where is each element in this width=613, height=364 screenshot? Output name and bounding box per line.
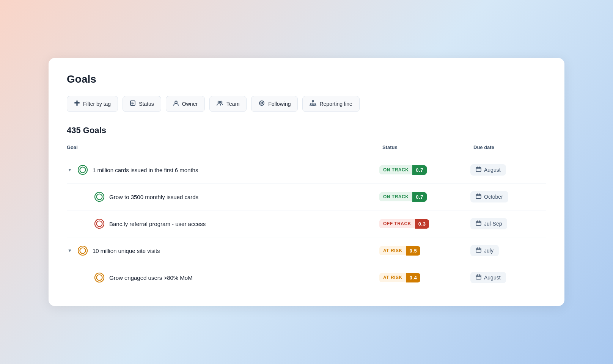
reporting-line-filter-button[interactable]: Reporting line xyxy=(302,96,359,112)
status-cell: AT RISK 0.4 xyxy=(379,273,470,282)
due-date-text: July xyxy=(484,248,494,254)
svg-point-31 xyxy=(97,194,102,200)
col-header-due-date: Due date xyxy=(470,144,546,150)
status-label: ON TRACK xyxy=(379,165,412,174)
goal-icon xyxy=(77,165,88,175)
svg-point-46 xyxy=(82,249,84,252)
svg-point-52 xyxy=(97,275,102,281)
goal-text: 1 million cards issued in the first 6 mo… xyxy=(93,167,198,173)
chevron-icon[interactable]: ▼ xyxy=(67,248,73,253)
svg-rect-33 xyxy=(476,195,481,199)
date-badge: Jul-Sep xyxy=(470,218,507,229)
calendar-icon xyxy=(476,247,481,254)
status-badge: AT RISK 0.5 xyxy=(379,246,420,256)
following-filter-label: Following xyxy=(268,101,291,107)
page-title: Goals xyxy=(67,73,546,85)
calendar-icon xyxy=(476,274,481,281)
svg-rect-15 xyxy=(310,105,311,106)
svg-point-32 xyxy=(98,196,101,198)
svg-point-13 xyxy=(262,103,262,104)
following-icon xyxy=(258,100,265,108)
date-cell: August xyxy=(470,272,546,283)
table-header: Goal Status Due date xyxy=(67,141,546,155)
goal-icon xyxy=(94,218,105,229)
goals-card: Goals Filter by tag xyxy=(49,58,564,306)
chevron-icon[interactable]: ▼ xyxy=(67,167,73,173)
status-icon xyxy=(130,100,136,108)
status-badge: ON TRACK 0.7 xyxy=(379,165,427,175)
date-cell: August xyxy=(470,164,546,176)
date-badge: July xyxy=(470,245,499,256)
goal-text: Grow to 3500 monthly issued cards xyxy=(109,194,198,200)
svg-point-8 xyxy=(175,101,177,104)
team-filter-label: Team xyxy=(226,101,239,107)
goals-count: 435 Goals xyxy=(67,126,546,135)
status-label: OFF TRACK xyxy=(379,219,415,228)
status-badge: AT RISK 0.4 xyxy=(379,273,420,282)
goal-icon xyxy=(94,191,105,202)
svg-rect-14 xyxy=(312,100,314,102)
status-badge: ON TRACK 0.7 xyxy=(379,192,427,202)
goal-text: Grow engaged users >80% MoM xyxy=(109,275,193,281)
date-cell: October xyxy=(470,191,546,202)
svg-point-25 xyxy=(82,169,84,171)
svg-rect-17 xyxy=(314,105,316,106)
svg-rect-47 xyxy=(476,248,481,253)
owner-icon xyxy=(173,100,179,108)
owner-filter-button[interactable]: Owner xyxy=(166,96,205,112)
goal-text: 10 million unique site visits xyxy=(93,248,160,254)
table-row: ▼ 1 million cards issued in the first 6 … xyxy=(67,157,546,184)
tag-icon xyxy=(74,100,80,108)
goal-icon xyxy=(77,245,88,256)
col-header-status: Status xyxy=(379,144,470,150)
filter-by-tag-label: Filter by tag xyxy=(83,101,111,107)
status-cell: ON TRACK 0.7 xyxy=(379,165,470,175)
svg-point-53 xyxy=(98,276,101,279)
filter-bar: Filter by tag Status Owner xyxy=(67,96,546,112)
svg-rect-54 xyxy=(476,275,481,279)
status-filter-button[interactable]: Status xyxy=(123,96,161,112)
svg-rect-16 xyxy=(312,105,314,106)
goal-text: Banc.ly referral program - user access xyxy=(109,221,206,227)
svg-point-9 xyxy=(218,101,220,103)
col-header-goal: Goal xyxy=(67,144,379,150)
status-cell: OFF TRACK 0.3 xyxy=(379,219,470,229)
table-row: Grow engaged users >80% MoM AT RISK 0.4 … xyxy=(67,264,546,291)
calendar-icon xyxy=(476,166,481,173)
date-cell: Jul-Sep xyxy=(470,218,546,229)
status-score: 0.7 xyxy=(412,165,427,175)
calendar-icon xyxy=(476,220,481,227)
status-badge: OFF TRACK 0.3 xyxy=(379,219,429,229)
status-label: AT RISK xyxy=(379,246,406,255)
status-cell: ON TRACK 0.7 xyxy=(379,192,470,202)
due-date-text: Jul-Sep xyxy=(484,221,502,227)
calendar-icon xyxy=(476,193,481,200)
svg-point-45 xyxy=(80,248,86,254)
team-filter-button[interactable]: Team xyxy=(209,96,247,112)
reporting-line-icon xyxy=(310,100,316,108)
svg-point-10 xyxy=(220,101,222,103)
due-date-text: August xyxy=(484,167,501,173)
svg-point-38 xyxy=(97,221,102,227)
svg-rect-26 xyxy=(476,168,481,172)
date-badge: August xyxy=(470,164,506,176)
svg-point-39 xyxy=(98,223,101,225)
reporting-line-filter-label: Reporting line xyxy=(319,101,352,107)
date-badge: October xyxy=(470,191,508,202)
status-score: 0.4 xyxy=(406,273,421,282)
svg-point-24 xyxy=(80,167,86,173)
due-date-text: August xyxy=(484,275,501,281)
due-date-text: October xyxy=(484,194,503,200)
status-label: ON TRACK xyxy=(379,192,412,201)
status-filter-label: Status xyxy=(139,101,154,107)
filter-by-tag-button[interactable]: Filter by tag xyxy=(67,96,118,112)
status-score: 0.5 xyxy=(406,246,421,256)
table-row: ▼ 10 million unique site visits AT RISK … xyxy=(67,237,546,264)
table-row: Banc.ly referral program - user access O… xyxy=(67,210,546,237)
goals-list: ▼ 1 million cards issued in the first 6 … xyxy=(67,157,546,291)
team-icon xyxy=(217,100,223,108)
status-cell: AT RISK 0.5 xyxy=(379,246,470,256)
status-label: AT RISK xyxy=(379,273,406,282)
following-filter-button[interactable]: Following xyxy=(251,96,298,112)
status-score: 0.7 xyxy=(412,192,427,202)
